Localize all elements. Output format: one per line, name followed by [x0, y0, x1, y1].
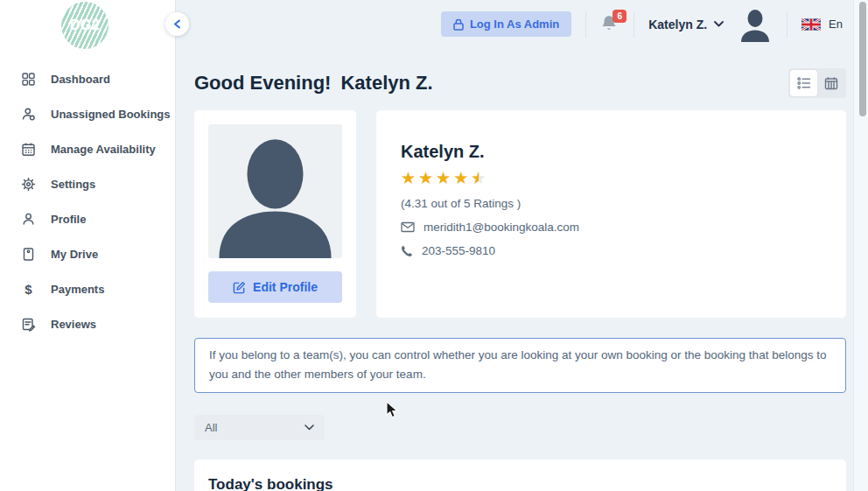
star-icon: ★★ — [453, 170, 468, 186]
person-silhouette-icon — [208, 131, 342, 258]
calendar-icon — [21, 142, 36, 157]
chevron-down-icon — [304, 424, 314, 431]
reviews-icon — [21, 317, 36, 332]
sidebar-item-dashboard[interactable]: Dashboard — [0, 61, 175, 96]
profile-email: meridith1@bookingkoala.com — [424, 221, 579, 234]
sidebar-item-label: Dashboard — [51, 73, 110, 86]
sidebar-item-label: Profile — [51, 213, 86, 226]
lock-icon — [453, 18, 464, 31]
unassigned-bookings-icon — [21, 107, 36, 122]
profile-photo-card: Edit Profile — [194, 110, 356, 318]
dollar-icon: $ — [21, 282, 36, 297]
sidebar-item-unassigned-bookings[interactable]: Unassigned Bookings — [0, 96, 175, 131]
drive-icon — [21, 247, 36, 262]
sidebar-item-label: Settings — [51, 178, 95, 191]
profile-phone: 203-555-9810 — [422, 244, 495, 257]
scrollbar-thumb[interactable] — [859, 2, 866, 116]
sidebar-item-profile[interactable]: Profile — [0, 201, 175, 236]
sidebar-item-manage-availability[interactable]: Manage Availability — [0, 131, 175, 166]
topbar: Log In As Admin 6 Katelyn Z. — [175, 0, 853, 48]
star-icon: ★★ — [418, 170, 433, 186]
company-logo-text: DG2 — [70, 18, 100, 33]
sidebar-item-label: Unassigned Bookings — [51, 108, 171, 121]
divider — [787, 11, 788, 38]
calendar-view-icon — [824, 76, 838, 90]
chevron-left-icon — [173, 19, 181, 29]
team-notice-text: If you belong to a team(s), you can cont… — [209, 346, 831, 385]
calendar-view-button[interactable] — [817, 70, 844, 96]
scrollbar-track[interactable] — [853, 0, 868, 491]
team-filter-dropdown[interactable]: All — [194, 415, 325, 440]
sidebar-item-reviews[interactable]: Reviews — [0, 306, 175, 341]
view-toggle — [788, 68, 846, 98]
page-title: Good Evening! Katelyn Z. — [194, 72, 433, 95]
dashboard-icon — [21, 72, 36, 87]
sidebar-item-label: My Drive — [51, 248, 98, 261]
star-icon: ★★ — [471, 170, 486, 186]
sidebar-menu: Dashboard Unassigned Bookings — [0, 61, 175, 341]
gear-icon — [21, 177, 36, 192]
uk-flag-icon — [802, 18, 821, 31]
profile-name: Katelyn Z. — [401, 142, 820, 162]
star-icon: ★★ — [401, 170, 416, 186]
divider — [585, 11, 586, 38]
list-view-button[interactable] — [790, 70, 817, 96]
notification-badge: 6 — [612, 10, 626, 23]
rating-text: (4.31 out of 5 Ratings ) — [401, 197, 820, 210]
sidebar-item-label: Manage Availability — [51, 143, 156, 156]
sidebar: DG2 Dashboard Unassigned Bookings — [0, 0, 175, 491]
profile-photo-placeholder — [208, 124, 342, 258]
login-as-admin-button[interactable]: Log In As Admin — [441, 11, 571, 37]
user-name: Katelyn Z. — [648, 18, 707, 32]
list-view-icon — [797, 77, 811, 89]
main-content: Good Evening! Katelyn Z. — [175, 48, 853, 491]
greeting-text: Good Evening! — [194, 72, 331, 95]
sidebar-item-label: Reviews — [51, 318, 96, 331]
star-icon: ★★ — [436, 170, 451, 186]
profile-info-card: Katelyn Z. ★★★★★★★★★★ (4.31 out of 5 Rat… — [376, 110, 846, 318]
todays-bookings-card: Today's bookings — [194, 459, 846, 491]
dropdown-selected-value: All — [205, 421, 217, 434]
notifications-button[interactable]: 6 — [600, 14, 620, 35]
email-row: meridith1@bookingkoala.com — [401, 221, 820, 234]
sidebar-collapse-button[interactable] — [165, 12, 189, 36]
sidebar-item-payments[interactable]: $ Payments — [0, 271, 175, 306]
user-menu[interactable]: Katelyn Z. — [648, 7, 773, 42]
greeting-user-name: Katelyn Z. — [340, 72, 432, 95]
team-notice-box: If you belong to a team(s), you can cont… — [194, 338, 846, 393]
todays-bookings-title: Today's bookings — [208, 476, 832, 491]
language-label: En — [829, 18, 843, 31]
company-logo[interactable]: DG2 — [61, 2, 108, 49]
chevron-down-icon — [714, 21, 724, 27]
language-selector[interactable]: En — [802, 18, 843, 31]
divider — [634, 11, 634, 38]
phone-row: 203-555-9810 — [401, 244, 820, 257]
sidebar-item-label: Payments — [51, 283, 104, 296]
phone-icon — [401, 245, 413, 257]
avatar[interactable] — [738, 7, 773, 42]
edit-pencil-icon — [233, 281, 246, 294]
envelope-icon — [401, 221, 415, 233]
sidebar-item-settings[interactable]: Settings — [0, 166, 175, 201]
sidebar-item-my-drive[interactable]: My Drive — [0, 236, 175, 271]
person-icon — [21, 212, 36, 227]
edit-profile-button[interactable]: Edit Profile — [208, 271, 342, 303]
star-rating: ★★★★★★★★★★ — [401, 170, 820, 187]
